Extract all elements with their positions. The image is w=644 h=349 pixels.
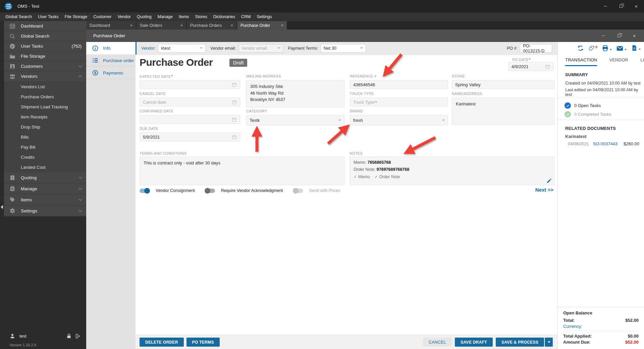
- panel-tab-logs[interactable]: LOGS: [640, 57, 644, 66]
- window-close-button[interactable]: ×: [627, 30, 642, 42]
- sidebar-item-item-receipts[interactable]: Item Receipts: [4, 112, 86, 122]
- save-process-button[interactable]: SAVE & PROCESS: [496, 338, 544, 347]
- menu-file-storage[interactable]: File Storage: [62, 12, 90, 21]
- vendor-consignment-toggle[interactable]: [140, 189, 150, 193]
- sidebar-item-shipment-load-tracking[interactable]: Shipment Load Tracking: [4, 102, 86, 112]
- terms-textarea[interactable]: This is contract only - void after 30 da…: [140, 157, 344, 185]
- menu-manage[interactable]: Manage: [155, 12, 176, 21]
- page-title: Purchase Order: [140, 57, 213, 68]
- cancel-date-input[interactable]: Cancel date: [140, 98, 240, 106]
- sidebar-user-row: test: [4, 331, 86, 341]
- nav-item-payments[interactable]: $ Payments: [86, 67, 136, 79]
- menu-crm[interactable]: CRM: [238, 12, 254, 21]
- require-vendor-ack-toggle[interactable]: [205, 189, 215, 193]
- panel-tab-vendor[interactable]: VENDOR: [609, 57, 628, 66]
- window-minimize-button[interactable]: [596, 30, 611, 42]
- menu-user-tasks[interactable]: User Tasks: [35, 12, 62, 21]
- transaction-panel: 0 TRANSACTION VENDOR LOGS SUMMARY Create…: [557, 42, 644, 349]
- sidebar-item-items[interactable]: Items: [4, 194, 86, 205]
- sidebar-item-vendors[interactable]: Vendors: [4, 71, 86, 82]
- info-icon: [92, 45, 99, 52]
- panel-tab-transaction[interactable]: TRANSACTION: [565, 57, 597, 66]
- tab-purchase-orders[interactable]: Purchase Orders ×: [187, 21, 236, 30]
- menu-settings[interactable]: Settings: [254, 12, 275, 21]
- sidebar-item-landed-cost[interactable]: Landed Cost: [4, 162, 86, 172]
- send-with-prices-toggle[interactable]: [293, 189, 303, 193]
- menu-quoting[interactable]: Quoting: [134, 12, 155, 21]
- close-icon[interactable]: ×: [180, 23, 183, 28]
- sidebar-item-drop-ship[interactable]: Drop Ship: [4, 122, 86, 132]
- po-date-input[interactable]: 4/9/2021: [508, 62, 553, 71]
- mailing-address-textarea[interactable]: 305 Industry Site 46 North Way Rd Brookl…: [246, 80, 344, 107]
- document-icon[interactable]: [631, 45, 641, 51]
- vendor-combobox[interactable]: ktest: [158, 44, 206, 53]
- nav-item-purchase-order[interactable]: Purchase order: [86, 54, 136, 67]
- sidebar-item-purchase-orders[interactable]: Purchase Orders: [4, 92, 86, 102]
- name-address-textarea[interactable]: Karinatest: [452, 98, 554, 124]
- completed-tasks-check-icon: [565, 111, 571, 117]
- po-terms-button[interactable]: PO TERMS: [186, 338, 220, 347]
- close-icon[interactable]: ×: [281, 23, 283, 28]
- divider: [558, 97, 644, 97]
- edit-notes-icon[interactable]: [546, 178, 552, 184]
- category-select[interactable]: Testk: [246, 115, 344, 126]
- save-draft-button[interactable]: SAVE DRAFT: [455, 338, 493, 347]
- lock-icon[interactable]: [66, 333, 72, 339]
- created-line: Created on 04/09/2021 10:00 AM by test: [565, 81, 640, 86]
- email-icon[interactable]: [616, 45, 627, 52]
- expected-date-input[interactable]: [140, 80, 240, 89]
- menu-vendor[interactable]: Vendor: [114, 12, 134, 21]
- sidebar-collapse-icon[interactable]: [1, 205, 3, 209]
- chevron-down-icon: [79, 187, 82, 190]
- menu-dictionaries[interactable]: Dictionaries: [210, 12, 238, 21]
- sidebar-item-bills[interactable]: Bills: [4, 132, 86, 142]
- menu-customer[interactable]: Customer: [90, 12, 114, 21]
- currency-link[interactable]: Currency:: [563, 324, 582, 329]
- sidebar-item-quoting[interactable]: ? Quoting: [4, 172, 86, 183]
- app-close-button[interactable]: ×: [629, 0, 644, 12]
- next-link[interactable]: Next >>: [535, 187, 553, 193]
- tab-dashboard[interactable]: Dashboard ×: [86, 21, 136, 30]
- sidebar-item-manage[interactable]: Manage: [4, 183, 86, 194]
- store-input[interactable]: Spring Valley: [452, 80, 554, 89]
- nav-item-info[interactable]: Info: [86, 42, 136, 54]
- due-date-input[interactable]: 5/9/2021: [140, 133, 240, 141]
- print-icon[interactable]: [602, 45, 612, 52]
- refresh-icon[interactable]: [577, 45, 584, 52]
- delete-order-button[interactable]: DELETE ORDER: [140, 338, 184, 347]
- sidebar-item-customers[interactable]: Customers: [4, 61, 86, 71]
- sidebar-item-dashboard[interactable]: Dashboard: [4, 21, 86, 31]
- tab-purchase-order[interactable]: Purchase Order ×: [237, 21, 287, 30]
- save-process-dropdown-button[interactable]: [545, 338, 553, 347]
- menu-items[interactable]: Items: [176, 12, 192, 21]
- sidebar-item-global-search[interactable]: Global Search: [4, 31, 86, 41]
- attachments-icon[interactable]: 0: [588, 45, 597, 51]
- close-icon[interactable]: ×: [130, 23, 132, 28]
- sidebar-item-settings[interactable]: Settings: [4, 205, 86, 216]
- brand-select[interactable]: fresh: [350, 115, 448, 126]
- reference-input[interactable]: 436546546: [350, 80, 448, 89]
- po-number-input[interactable]: PO-0013215-D: [520, 44, 552, 53]
- cancel-button[interactable]: CANCEL: [423, 338, 452, 347]
- sidebar-item-file-storage[interactable]: File Storage: [4, 51, 86, 61]
- open-tasks-row[interactable]: 0 Open Tasks: [565, 102, 601, 109]
- related-doc-date: 04/09/2021: [568, 142, 589, 146]
- sidebar-item-credits[interactable]: Credits: [4, 152, 86, 162]
- window-restore-button[interactable]: [611, 30, 627, 42]
- confirmed-date-input[interactable]: [140, 115, 240, 124]
- vendor-email-combobox[interactable]: Vendor email: [238, 44, 283, 53]
- sidebar-item-user-tasks[interactable]: User Tasks (752): [4, 41, 86, 51]
- tab-sale-orders[interactable]: Sale Orders ×: [137, 21, 186, 30]
- sidebar-item-pay-bill[interactable]: Pay Bill: [4, 142, 86, 152]
- menu-stores[interactable]: Stores: [192, 12, 210, 21]
- menu-global-search[interactable]: Global Search: [2, 12, 35, 21]
- sidebar-item-vendors-list[interactable]: Vendors List: [4, 82, 86, 92]
- app-restore-button[interactable]: [613, 0, 629, 12]
- payment-terms-combobox[interactable]: Net 30: [321, 44, 366, 53]
- notes-box[interactable]: Memo: 7656865768 Order Note: 97697689768…: [350, 157, 554, 185]
- related-doc-link[interactable]: SO-0037443: [593, 141, 618, 146]
- logout-icon[interactable]: [75, 333, 81, 339]
- truck-type-select[interactable]: Truck Type: [350, 98, 448, 106]
- app-minimize-button[interactable]: [598, 0, 613, 12]
- close-icon[interactable]: ×: [230, 23, 233, 28]
